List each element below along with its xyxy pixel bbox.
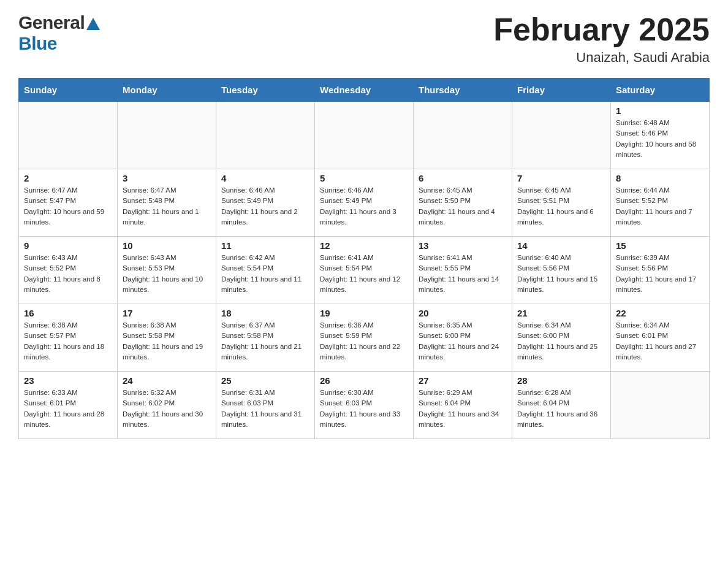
day-info: Sunrise: 6:31 AMSunset: 6:03 PMDaylight:…	[221, 388, 309, 430]
day-info: Sunrise: 6:34 AMSunset: 6:01 PMDaylight:…	[616, 320, 704, 362]
day-number: 10	[123, 240, 211, 251]
calendar-week-row: 1Sunrise: 6:48 AMSunset: 5:46 PMDaylight…	[19, 102, 710, 169]
calendar-header-row: Sunday Monday Tuesday Wednesday Thursday…	[19, 79, 710, 102]
table-row: 8Sunrise: 6:44 AMSunset: 5:52 PMDaylight…	[611, 169, 710, 237]
day-info: Sunrise: 6:47 AMSunset: 5:47 PMDaylight:…	[24, 185, 112, 228]
table-row: 21Sunrise: 6:34 AMSunset: 6:00 PMDayligh…	[512, 304, 611, 372]
day-info: Sunrise: 6:35 AMSunset: 6:00 PMDaylight:…	[419, 320, 507, 362]
day-number: 22	[616, 308, 704, 318]
svg-marker-0	[86, 18, 100, 30]
day-info: Sunrise: 6:46 AMSunset: 5:49 PMDaylight:…	[221, 185, 309, 228]
table-row: 19Sunrise: 6:36 AMSunset: 5:59 PMDayligh…	[315, 304, 414, 372]
table-row: 6Sunrise: 6:45 AMSunset: 5:50 PMDaylight…	[414, 169, 512, 237]
calendar-table: Sunday Monday Tuesday Wednesday Thursday…	[18, 78, 710, 439]
day-number: 27	[419, 375, 507, 386]
day-number: 5	[320, 173, 408, 183]
calendar-week-row: 16Sunrise: 6:38 AMSunset: 5:57 PMDayligh…	[19, 304, 710, 372]
day-number: 21	[517, 308, 605, 318]
table-row: 26Sunrise: 6:30 AMSunset: 6:03 PMDayligh…	[315, 372, 414, 439]
table-row	[118, 102, 216, 169]
day-number: 24	[123, 375, 211, 386]
table-row: 12Sunrise: 6:41 AMSunset: 5:54 PMDayligh…	[315, 237, 414, 304]
table-row: 4Sunrise: 6:46 AMSunset: 5:49 PMDaylight…	[216, 169, 315, 237]
day-number: 15	[616, 240, 704, 251]
table-row: 9Sunrise: 6:43 AMSunset: 5:52 PMDaylight…	[19, 237, 118, 304]
table-row: 28Sunrise: 6:28 AMSunset: 6:04 PMDayligh…	[512, 372, 611, 439]
col-tuesday: Tuesday	[216, 79, 315, 102]
table-row: 22Sunrise: 6:34 AMSunset: 6:01 PMDayligh…	[611, 304, 710, 372]
logo-general-text: General	[18, 12, 85, 33]
day-info: Sunrise: 6:45 AMSunset: 5:51 PMDaylight:…	[517, 185, 605, 228]
table-row: 3Sunrise: 6:47 AMSunset: 5:48 PMDaylight…	[118, 169, 216, 237]
table-row: 13Sunrise: 6:41 AMSunset: 5:55 PMDayligh…	[414, 237, 512, 304]
day-info: Sunrise: 6:42 AMSunset: 5:54 PMDaylight:…	[221, 253, 309, 295]
table-row: 5Sunrise: 6:46 AMSunset: 5:49 PMDaylight…	[315, 169, 414, 237]
table-row: 2Sunrise: 6:47 AMSunset: 5:47 PMDaylight…	[19, 169, 118, 237]
table-row: 18Sunrise: 6:37 AMSunset: 5:58 PMDayligh…	[216, 304, 315, 372]
page-title: February 2025	[493, 12, 710, 47]
day-info: Sunrise: 6:41 AMSunset: 5:55 PMDaylight:…	[419, 253, 507, 295]
day-number: 28	[517, 375, 605, 386]
table-row: 24Sunrise: 6:32 AMSunset: 6:02 PMDayligh…	[118, 372, 216, 439]
table-row: 25Sunrise: 6:31 AMSunset: 6:03 PMDayligh…	[216, 372, 315, 439]
logo: General Blue	[18, 12, 100, 54]
day-info: Sunrise: 6:37 AMSunset: 5:58 PMDaylight:…	[221, 320, 309, 362]
table-row: 16Sunrise: 6:38 AMSunset: 5:57 PMDayligh…	[19, 304, 118, 372]
day-info: Sunrise: 6:43 AMSunset: 5:52 PMDaylight:…	[24, 253, 112, 295]
calendar-week-row: 23Sunrise: 6:33 AMSunset: 6:01 PMDayligh…	[19, 372, 710, 439]
table-row: 17Sunrise: 6:38 AMSunset: 5:58 PMDayligh…	[118, 304, 216, 372]
day-number: 12	[320, 240, 408, 251]
day-info: Sunrise: 6:32 AMSunset: 6:02 PMDaylight:…	[123, 388, 211, 430]
day-number: 11	[221, 240, 309, 251]
day-info: Sunrise: 6:30 AMSunset: 6:03 PMDaylight:…	[320, 388, 408, 430]
table-row: 27Sunrise: 6:29 AMSunset: 6:04 PMDayligh…	[414, 372, 512, 439]
table-row: 7Sunrise: 6:45 AMSunset: 5:51 PMDaylight…	[512, 169, 611, 237]
table-row: 1Sunrise: 6:48 AMSunset: 5:46 PMDaylight…	[611, 102, 710, 169]
day-info: Sunrise: 6:38 AMSunset: 5:58 PMDaylight:…	[123, 320, 211, 362]
page-subtitle: Unaizah, Saudi Arabia	[493, 50, 710, 66]
table-row	[611, 372, 710, 439]
calendar-week-row: 2Sunrise: 6:47 AMSunset: 5:47 PMDaylight…	[19, 169, 710, 237]
day-number: 1	[616, 105, 704, 116]
day-info: Sunrise: 6:44 AMSunset: 5:52 PMDaylight:…	[616, 185, 704, 228]
calendar-week-row: 9Sunrise: 6:43 AMSunset: 5:52 PMDaylight…	[19, 237, 710, 304]
table-row: 14Sunrise: 6:40 AMSunset: 5:56 PMDayligh…	[512, 237, 611, 304]
col-monday: Monday	[118, 79, 216, 102]
col-friday: Friday	[512, 79, 611, 102]
table-row: 23Sunrise: 6:33 AMSunset: 6:01 PMDayligh…	[19, 372, 118, 439]
day-info: Sunrise: 6:38 AMSunset: 5:57 PMDaylight:…	[24, 320, 112, 362]
day-info: Sunrise: 6:36 AMSunset: 5:59 PMDaylight:…	[320, 320, 408, 362]
day-info: Sunrise: 6:28 AMSunset: 6:04 PMDaylight:…	[517, 388, 605, 430]
day-number: 8	[616, 173, 704, 183]
table-row	[512, 102, 611, 169]
day-info: Sunrise: 6:33 AMSunset: 6:01 PMDaylight:…	[24, 388, 112, 430]
day-info: Sunrise: 6:41 AMSunset: 5:54 PMDaylight:…	[320, 253, 408, 295]
day-info: Sunrise: 6:34 AMSunset: 6:00 PMDaylight:…	[517, 320, 605, 362]
day-number: 3	[123, 173, 211, 183]
day-number: 17	[123, 308, 211, 318]
day-number: 4	[221, 173, 309, 183]
day-number: 16	[24, 308, 112, 318]
table-row: 10Sunrise: 6:43 AMSunset: 5:53 PMDayligh…	[118, 237, 216, 304]
day-info: Sunrise: 6:48 AMSunset: 5:46 PMDaylight:…	[616, 118, 704, 160]
page-header: General Blue February 2025 Unaizah, Saud…	[18, 12, 710, 66]
table-row	[414, 102, 512, 169]
day-number: 23	[24, 375, 112, 386]
table-row	[19, 102, 118, 169]
title-block: February 2025 Unaizah, Saudi Arabia	[493, 12, 710, 66]
col-saturday: Saturday	[611, 79, 710, 102]
day-number: 13	[419, 240, 507, 251]
table-row: 15Sunrise: 6:39 AMSunset: 5:56 PMDayligh…	[611, 237, 710, 304]
table-row	[315, 102, 414, 169]
table-row	[216, 102, 315, 169]
day-number: 25	[221, 375, 309, 386]
logo-arrow-icon	[86, 18, 100, 30]
table-row: 20Sunrise: 6:35 AMSunset: 6:00 PMDayligh…	[414, 304, 512, 372]
day-info: Sunrise: 6:45 AMSunset: 5:50 PMDaylight:…	[419, 185, 507, 228]
logo-blue-text: Blue	[18, 33, 57, 53]
day-number: 20	[419, 308, 507, 318]
day-number: 18	[221, 308, 309, 318]
day-number: 2	[24, 173, 112, 183]
col-sunday: Sunday	[19, 79, 118, 102]
day-info: Sunrise: 6:47 AMSunset: 5:48 PMDaylight:…	[123, 185, 211, 228]
